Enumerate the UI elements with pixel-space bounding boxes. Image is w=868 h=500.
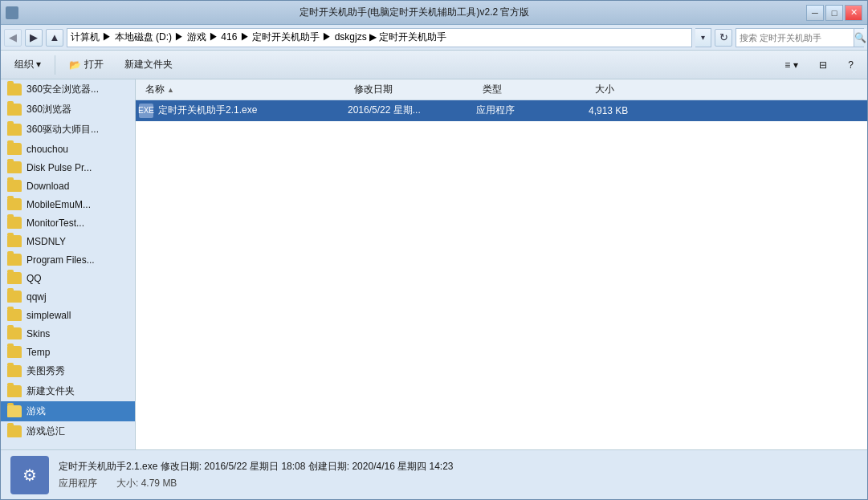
sidebar-item-17[interactable]: 游戏 [1, 401, 135, 421]
folder-icon-5 [7, 180, 22, 192]
nav-bar: ◀ ▶ ▲ 计算机 ▶ 本地磁盘 (D:) ▶ 游戏 ▶ 416 ▶ 定时开关机… [1, 25, 867, 51]
address-bar[interactable]: 计算机 ▶ 本地磁盘 (D:) ▶ 游戏 ▶ 416 ▶ 定时开关机助手 ▶ d… [67, 28, 692, 47]
help-icon: ? [848, 59, 854, 71]
sidebar-item-label-15: 美图秀秀 [26, 364, 65, 378]
file-date-0: 2016/5/22 星期... [348, 104, 476, 117]
col-size[interactable]: 大小 [589, 83, 669, 96]
address-dropdown[interactable]: ▾ [695, 28, 711, 47]
sidebar-item-label-18: 游戏总汇 [26, 425, 65, 438]
folder-icon-2 [7, 124, 22, 136]
folder-icon-14 [7, 346, 22, 358]
help-button[interactable]: ? [841, 56, 861, 74]
sidebar-item-15[interactable]: 美图秀秀 [1, 361, 135, 381]
sidebar-item-16[interactable]: 新建文件夹 [1, 381, 135, 401]
pane-icon: ⊟ [819, 59, 827, 71]
title-bar: 定时开关机助手(电脑定时开关机辅助工具)v2.2 官方版 ─ □ ✕ [1, 1, 867, 25]
open-label: 打开 [84, 58, 104, 71]
view-arrow: ▾ [793, 59, 798, 71]
sidebar-item-label-11: qqwj [26, 291, 47, 303]
folder-icon-13 [7, 327, 22, 339]
view-button[interactable]: ≡ ▾ [777, 56, 805, 74]
sidebar-item-6[interactable]: MobileEmuM... [1, 195, 135, 213]
file-list: EXE定时开关机助手2.1.exe2016/5/22 星期...应用程序4,91… [136, 100, 867, 449]
up-button[interactable]: ▲ [46, 29, 63, 47]
sidebar-item-5[interactable]: Download [1, 177, 135, 195]
sidebar-item-14[interactable]: Temp [1, 343, 135, 361]
toolbar: 组织 ▾ 📂 打开 新建文件夹 ≡ ▾ ⊟ ? [1, 51, 867, 79]
sidebar-item-11[interactable]: qqwj [1, 287, 135, 306]
sidebar-item-label-13: Skins [26, 328, 50, 339]
sidebar-item-1[interactable]: 360浏览器 [1, 100, 135, 120]
status-meta: 应用程序 大小: 4.79 MB [59, 477, 454, 490]
main-area: 360安全浏览器...360浏览器360驱动大师目...chouchouDisk… [1, 79, 867, 449]
status-filename: 定时开关机助手2.1.exe 修改日期: 2016/5/22 星期日 18:08… [59, 460, 454, 474]
explorer-window: 定时开关机助手(电脑定时开关机辅助工具)v2.2 官方版 ─ □ ✕ ◀ ▶ ▲… [0, 0, 868, 500]
column-headers: 名称 ▲ 修改日期 类型 大小 [136, 79, 867, 100]
sidebar-item-label-10: QQ [26, 273, 42, 284]
folder-icon-9 [7, 254, 22, 266]
folder-icon-0 [7, 83, 22, 96]
file-row-0[interactable]: EXE定时开关机助手2.1.exe2016/5/22 星期...应用程序4,91… [136, 100, 867, 121]
sidebar-item-18[interactable]: 游戏总汇 [1, 421, 135, 441]
content-area: 名称 ▲ 修改日期 类型 大小 EXE定时开关机助手2.1.exe2016/5/… [136, 79, 867, 449]
sidebar: 360安全浏览器...360浏览器360驱动大师目...chouchouDisk… [1, 79, 136, 449]
file-name-0: 定时开关机助手2.1.exe [158, 104, 257, 117]
folder-icon-10 [7, 272, 22, 284]
folder-icon-16 [7, 385, 22, 397]
folder-icon-8 [7, 235, 22, 247]
status-file-icon: ⚙ [10, 456, 49, 494]
window-icon [6, 6, 18, 19]
col-type[interactable]: 类型 [476, 83, 589, 96]
sidebar-item-label-2: 360驱动大师目... [26, 123, 99, 136]
minimize-button[interactable]: ─ [806, 5, 824, 21]
search-button[interactable]: 🔍 [854, 29, 866, 47]
sidebar-item-9[interactable]: Program Files... [1, 250, 135, 269]
sidebar-item-label-9: Program Files... [26, 254, 95, 266]
folder-icon-3 [7, 143, 22, 155]
sidebar-item-7[interactable]: MonitorTest... [1, 213, 135, 232]
sidebar-item-label-12: simplewall [26, 310, 71, 321]
sidebar-item-label-14: Temp [26, 347, 50, 358]
sidebar-item-8[interactable]: MSDNLY [1, 232, 135, 250]
window-controls: ─ □ ✕ [806, 5, 862, 21]
sidebar-item-label-6: MobileEmuM... [26, 199, 91, 210]
organize-button[interactable]: 组织 ▾ [7, 55, 48, 75]
folder-icon-15 [7, 365, 22, 377]
folder-icon-11 [7, 291, 22, 303]
col-date[interactable]: 修改日期 [348, 83, 476, 96]
sidebar-item-label-3: chouchou [26, 144, 68, 155]
sidebar-item-label-17: 游戏 [26, 404, 46, 418]
refresh-button[interactable]: ↻ [715, 29, 732, 47]
open-icon: 📂 [69, 59, 81, 71]
search-input[interactable] [736, 29, 854, 47]
sidebar-item-2[interactable]: 360驱动大师目... [1, 120, 135, 140]
close-button[interactable]: ✕ [845, 5, 862, 21]
sidebar-item-3[interactable]: chouchou [1, 140, 135, 158]
folder-icon-4 [7, 161, 22, 173]
sidebar-item-12[interactable]: simplewall [1, 306, 135, 324]
exe-icon: ⚙ [22, 465, 37, 485]
sidebar-item-4[interactable]: Disk Pulse Pr... [1, 158, 135, 177]
sidebar-item-label-7: MonitorTest... [26, 217, 84, 229]
col-name[interactable]: 名称 ▲ [139, 83, 348, 96]
sidebar-item-label-5: Download [26, 181, 69, 192]
address-text: 计算机 ▶ 本地磁盘 (D:) ▶ 游戏 ▶ 416 ▶ 定时开关机助手 ▶ d… [71, 30, 446, 44]
folder-icon-6 [7, 198, 22, 210]
sidebar-item-13[interactable]: Skins [1, 324, 135, 343]
maximize-button[interactable]: □ [825, 5, 843, 21]
status-filetype: 应用程序 [59, 477, 97, 490]
sidebar-item-10[interactable]: QQ [1, 269, 135, 287]
sort-arrow: ▲ [167, 86, 174, 94]
pane-button[interactable]: ⊟ [812, 56, 834, 74]
new-folder-button[interactable]: 新建文件夹 [117, 55, 180, 75]
forward-button[interactable]: ▶ [25, 29, 43, 47]
sidebar-item-label-16: 新建文件夹 [26, 384, 75, 398]
sidebar-item-0[interactable]: 360安全浏览器... [1, 79, 135, 100]
back-button[interactable]: ◀ [4, 29, 22, 47]
view-icon: ≡ [784, 59, 790, 71]
status-bar: ⚙ 定时开关机助手2.1.exe 修改日期: 2016/5/22 星期日 18:… [1, 449, 867, 499]
open-button[interactable]: 📂 打开 [62, 55, 111, 75]
folder-icon-12 [7, 309, 22, 321]
sidebar-item-label-4: Disk Pulse Pr... [26, 162, 92, 173]
file-exe-icon-0: EXE [139, 104, 153, 118]
